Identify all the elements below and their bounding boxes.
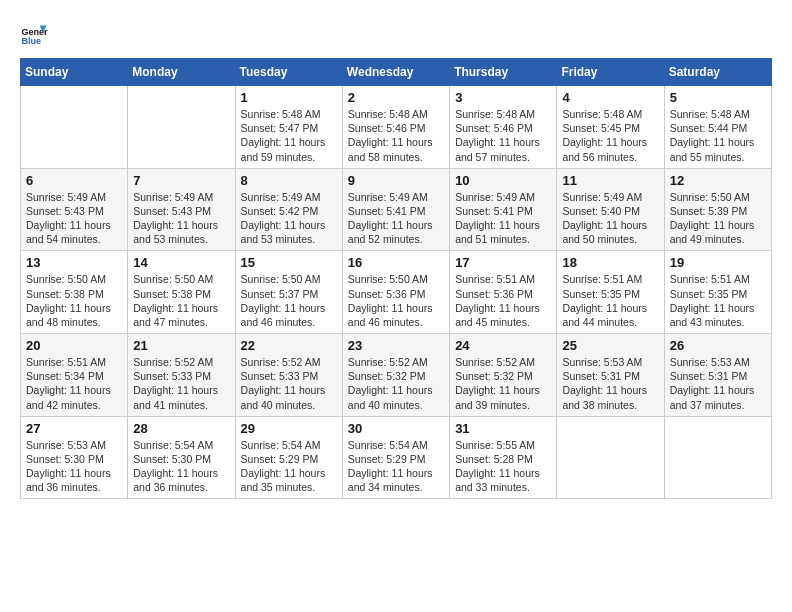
calendar-week-row: 13Sunrise: 5:50 AMSunset: 5:38 PMDayligh… bbox=[21, 251, 772, 334]
calendar-cell: 8Sunrise: 5:49 AMSunset: 5:42 PMDaylight… bbox=[235, 168, 342, 251]
day-number: 31 bbox=[455, 421, 551, 436]
calendar-week-row: 27Sunrise: 5:53 AMSunset: 5:30 PMDayligh… bbox=[21, 416, 772, 499]
calendar-cell: 23Sunrise: 5:52 AMSunset: 5:32 PMDayligh… bbox=[342, 334, 449, 417]
logo-icon: General Blue bbox=[20, 20, 48, 48]
svg-text:Blue: Blue bbox=[21, 36, 41, 46]
weekday-header: Tuesday bbox=[235, 59, 342, 86]
calendar-week-row: 20Sunrise: 5:51 AMSunset: 5:34 PMDayligh… bbox=[21, 334, 772, 417]
day-number: 29 bbox=[241, 421, 337, 436]
calendar-cell bbox=[128, 86, 235, 169]
day-info: Sunrise: 5:51 AMSunset: 5:36 PMDaylight:… bbox=[455, 272, 551, 329]
day-info: Sunrise: 5:52 AMSunset: 5:33 PMDaylight:… bbox=[241, 355, 337, 412]
calendar-cell bbox=[664, 416, 771, 499]
day-number: 26 bbox=[670, 338, 766, 353]
day-number: 1 bbox=[241, 90, 337, 105]
day-info: Sunrise: 5:50 AMSunset: 5:37 PMDaylight:… bbox=[241, 272, 337, 329]
calendar-cell: 17Sunrise: 5:51 AMSunset: 5:36 PMDayligh… bbox=[450, 251, 557, 334]
day-number: 14 bbox=[133, 255, 229, 270]
calendar-cell: 2Sunrise: 5:48 AMSunset: 5:46 PMDaylight… bbox=[342, 86, 449, 169]
day-number: 10 bbox=[455, 173, 551, 188]
weekday-header: Thursday bbox=[450, 59, 557, 86]
day-number: 15 bbox=[241, 255, 337, 270]
calendar-cell: 6Sunrise: 5:49 AMSunset: 5:43 PMDaylight… bbox=[21, 168, 128, 251]
calendar-cell: 31Sunrise: 5:55 AMSunset: 5:28 PMDayligh… bbox=[450, 416, 557, 499]
day-info: Sunrise: 5:48 AMSunset: 5:47 PMDaylight:… bbox=[241, 107, 337, 164]
day-info: Sunrise: 5:51 AMSunset: 5:34 PMDaylight:… bbox=[26, 355, 122, 412]
day-number: 9 bbox=[348, 173, 444, 188]
calendar-cell: 25Sunrise: 5:53 AMSunset: 5:31 PMDayligh… bbox=[557, 334, 664, 417]
day-number: 19 bbox=[670, 255, 766, 270]
day-info: Sunrise: 5:48 AMSunset: 5:44 PMDaylight:… bbox=[670, 107, 766, 164]
day-info: Sunrise: 5:48 AMSunset: 5:46 PMDaylight:… bbox=[455, 107, 551, 164]
weekday-header: Sunday bbox=[21, 59, 128, 86]
calendar-week-row: 6Sunrise: 5:49 AMSunset: 5:43 PMDaylight… bbox=[21, 168, 772, 251]
day-number: 17 bbox=[455, 255, 551, 270]
calendar-cell: 10Sunrise: 5:49 AMSunset: 5:41 PMDayligh… bbox=[450, 168, 557, 251]
calendar-cell: 21Sunrise: 5:52 AMSunset: 5:33 PMDayligh… bbox=[128, 334, 235, 417]
calendar-cell: 28Sunrise: 5:54 AMSunset: 5:30 PMDayligh… bbox=[128, 416, 235, 499]
calendar-week-row: 1Sunrise: 5:48 AMSunset: 5:47 PMDaylight… bbox=[21, 86, 772, 169]
calendar-cell: 5Sunrise: 5:48 AMSunset: 5:44 PMDaylight… bbox=[664, 86, 771, 169]
day-number: 23 bbox=[348, 338, 444, 353]
day-info: Sunrise: 5:49 AMSunset: 5:41 PMDaylight:… bbox=[348, 190, 444, 247]
calendar-cell: 7Sunrise: 5:49 AMSunset: 5:43 PMDaylight… bbox=[128, 168, 235, 251]
day-info: Sunrise: 5:53 AMSunset: 5:31 PMDaylight:… bbox=[670, 355, 766, 412]
day-info: Sunrise: 5:54 AMSunset: 5:30 PMDaylight:… bbox=[133, 438, 229, 495]
calendar-cell bbox=[21, 86, 128, 169]
day-number: 18 bbox=[562, 255, 658, 270]
calendar-cell: 4Sunrise: 5:48 AMSunset: 5:45 PMDaylight… bbox=[557, 86, 664, 169]
calendar-cell: 1Sunrise: 5:48 AMSunset: 5:47 PMDaylight… bbox=[235, 86, 342, 169]
calendar-cell bbox=[557, 416, 664, 499]
calendar-cell: 3Sunrise: 5:48 AMSunset: 5:46 PMDaylight… bbox=[450, 86, 557, 169]
day-info: Sunrise: 5:55 AMSunset: 5:28 PMDaylight:… bbox=[455, 438, 551, 495]
day-info: Sunrise: 5:54 AMSunset: 5:29 PMDaylight:… bbox=[241, 438, 337, 495]
day-info: Sunrise: 5:50 AMSunset: 5:38 PMDaylight:… bbox=[133, 272, 229, 329]
day-number: 25 bbox=[562, 338, 658, 353]
day-number: 20 bbox=[26, 338, 122, 353]
day-number: 16 bbox=[348, 255, 444, 270]
day-info: Sunrise: 5:52 AMSunset: 5:32 PMDaylight:… bbox=[348, 355, 444, 412]
day-info: Sunrise: 5:53 AMSunset: 5:31 PMDaylight:… bbox=[562, 355, 658, 412]
calendar-cell: 14Sunrise: 5:50 AMSunset: 5:38 PMDayligh… bbox=[128, 251, 235, 334]
day-number: 4 bbox=[562, 90, 658, 105]
day-number: 22 bbox=[241, 338, 337, 353]
day-info: Sunrise: 5:50 AMSunset: 5:36 PMDaylight:… bbox=[348, 272, 444, 329]
day-info: Sunrise: 5:50 AMSunset: 5:38 PMDaylight:… bbox=[26, 272, 122, 329]
day-info: Sunrise: 5:50 AMSunset: 5:39 PMDaylight:… bbox=[670, 190, 766, 247]
day-info: Sunrise: 5:49 AMSunset: 5:43 PMDaylight:… bbox=[133, 190, 229, 247]
calendar-cell: 15Sunrise: 5:50 AMSunset: 5:37 PMDayligh… bbox=[235, 251, 342, 334]
weekday-header: Monday bbox=[128, 59, 235, 86]
day-number: 12 bbox=[670, 173, 766, 188]
day-info: Sunrise: 5:51 AMSunset: 5:35 PMDaylight:… bbox=[562, 272, 658, 329]
day-info: Sunrise: 5:54 AMSunset: 5:29 PMDaylight:… bbox=[348, 438, 444, 495]
day-number: 27 bbox=[26, 421, 122, 436]
calendar-cell: 26Sunrise: 5:53 AMSunset: 5:31 PMDayligh… bbox=[664, 334, 771, 417]
day-number: 24 bbox=[455, 338, 551, 353]
weekday-header: Wednesday bbox=[342, 59, 449, 86]
calendar-cell: 18Sunrise: 5:51 AMSunset: 5:35 PMDayligh… bbox=[557, 251, 664, 334]
day-number: 13 bbox=[26, 255, 122, 270]
calendar-cell: 13Sunrise: 5:50 AMSunset: 5:38 PMDayligh… bbox=[21, 251, 128, 334]
day-info: Sunrise: 5:52 AMSunset: 5:32 PMDaylight:… bbox=[455, 355, 551, 412]
day-info: Sunrise: 5:49 AMSunset: 5:42 PMDaylight:… bbox=[241, 190, 337, 247]
day-number: 7 bbox=[133, 173, 229, 188]
weekday-header: Friday bbox=[557, 59, 664, 86]
day-number: 8 bbox=[241, 173, 337, 188]
day-info: Sunrise: 5:49 AMSunset: 5:41 PMDaylight:… bbox=[455, 190, 551, 247]
weekday-header: Saturday bbox=[664, 59, 771, 86]
calendar-cell: 22Sunrise: 5:52 AMSunset: 5:33 PMDayligh… bbox=[235, 334, 342, 417]
day-info: Sunrise: 5:49 AMSunset: 5:43 PMDaylight:… bbox=[26, 190, 122, 247]
calendar-cell: 24Sunrise: 5:52 AMSunset: 5:32 PMDayligh… bbox=[450, 334, 557, 417]
day-number: 21 bbox=[133, 338, 229, 353]
calendar-cell: 20Sunrise: 5:51 AMSunset: 5:34 PMDayligh… bbox=[21, 334, 128, 417]
calendar-cell: 11Sunrise: 5:49 AMSunset: 5:40 PMDayligh… bbox=[557, 168, 664, 251]
day-info: Sunrise: 5:51 AMSunset: 5:35 PMDaylight:… bbox=[670, 272, 766, 329]
calendar-cell: 16Sunrise: 5:50 AMSunset: 5:36 PMDayligh… bbox=[342, 251, 449, 334]
day-number: 5 bbox=[670, 90, 766, 105]
calendar-header-row: SundayMondayTuesdayWednesdayThursdayFrid… bbox=[21, 59, 772, 86]
calendar-cell: 30Sunrise: 5:54 AMSunset: 5:29 PMDayligh… bbox=[342, 416, 449, 499]
calendar-cell: 27Sunrise: 5:53 AMSunset: 5:30 PMDayligh… bbox=[21, 416, 128, 499]
calendar-cell: 29Sunrise: 5:54 AMSunset: 5:29 PMDayligh… bbox=[235, 416, 342, 499]
day-number: 6 bbox=[26, 173, 122, 188]
day-info: Sunrise: 5:48 AMSunset: 5:46 PMDaylight:… bbox=[348, 107, 444, 164]
